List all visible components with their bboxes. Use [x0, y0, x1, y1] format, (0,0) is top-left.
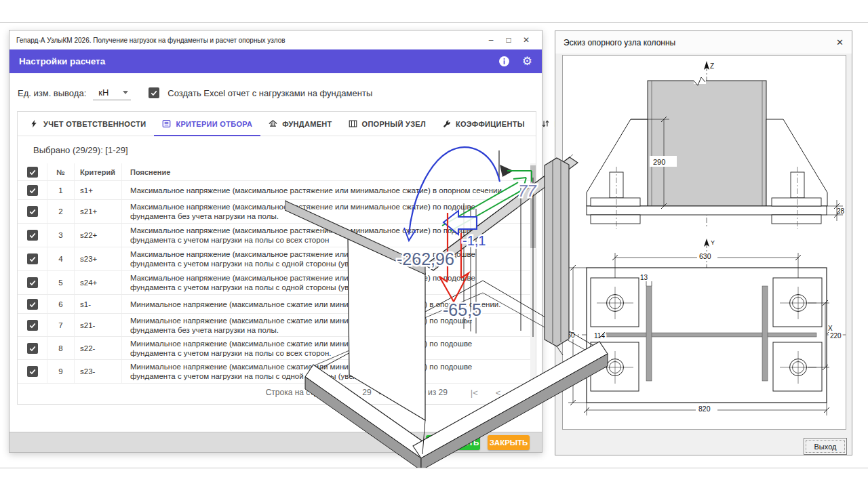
- page-title: Настройки расчета: [19, 56, 486, 66]
- row-explanation: Минимальное напряжение (максимальное сжа…: [122, 362, 536, 381]
- page-header: Настройки расчета ⚙: [9, 49, 542, 73]
- col-num: №: [47, 163, 75, 180]
- bolt-icon: [30, 119, 39, 128]
- maximize-button[interactable]: □: [500, 35, 517, 45]
- column-shaft: [648, 81, 766, 206]
- row-checkbox[interactable]: [27, 253, 38, 264]
- tab-label: УЧЕТ ОТВЕТСТВЕННОСТИ: [43, 120, 146, 128]
- gear-icon[interactable]: ⚙: [522, 56, 532, 67]
- rows-per-page-label: Строка на странице:: [266, 388, 344, 397]
- paginator: Строка на странице: 29 1-29 из 29 |< < >: [18, 384, 536, 401]
- row-criterion: s1+: [75, 181, 122, 199]
- row-checkbox[interactable]: [27, 230, 38, 241]
- dim-13-label: 13: [640, 274, 648, 281]
- row-explanation: Максимальное напряжение (максимальное ра…: [122, 226, 536, 245]
- tab-foundation[interactable]: ФУНДАМЕНТ: [260, 112, 340, 136]
- tab-support-node[interactable]: ОПОРНЫЙ УЗЕЛ: [340, 112, 434, 136]
- row-explanation: Минимальное напряжение (максимальное сжа…: [122, 339, 536, 358]
- selection-summary: Выбрано (29/29): [1-29]: [18, 136, 536, 163]
- row-checkbox[interactable]: [27, 299, 38, 310]
- row-explanation: Максимальное напряжение (максимальное ра…: [122, 249, 536, 268]
- col-explanation: Пояснение: [122, 167, 536, 177]
- criteria-card: УЧЕТ ОТВЕТСТВЕННОСТИ КРИТЕРИИ ОТБОРА ФУН…: [17, 111, 536, 405]
- row-checkbox[interactable]: [27, 320, 38, 331]
- close-icon[interactable]: ✕: [836, 37, 844, 47]
- base-plate-elevation: [587, 206, 827, 215]
- row-explanation: Максимальное напряжение (максимальное ра…: [122, 273, 536, 292]
- table-row[interactable]: 7 s21- Минимальное напряжение (максималь…: [18, 314, 536, 337]
- row-num: 1: [47, 181, 75, 199]
- row-num: 6: [47, 295, 75, 313]
- y-axis-label: Y: [711, 239, 715, 246]
- excel-report-label: Создать Excel отчет с нагрузками на фунд…: [167, 88, 372, 98]
- flange-plan: [762, 286, 768, 381]
- select-all-checkbox[interactable]: [27, 167, 38, 178]
- app-frame-bottom: [0, 468, 868, 468]
- page-range: 1-29 из 29: [410, 388, 448, 397]
- dim-630-label: 630: [699, 252, 711, 260]
- prev-page-icon[interactable]: <: [496, 388, 501, 398]
- units-select[interactable]: кН: [93, 86, 131, 100]
- row-num: 2: [47, 200, 75, 223]
- window-titlebar: Гепард-А УзлыКМ 2026. Получение нагрузок…: [9, 30, 542, 49]
- table-row[interactable]: 8 s22- Минимальное напряжение (максималь…: [18, 337, 536, 360]
- row-explanation: Минимальное напряжение (максимальное сжа…: [122, 316, 536, 335]
- tab-coefficients[interactable]: КОЭФФИЦИЕНТЫ: [434, 112, 533, 136]
- z-axis-label: Z: [710, 62, 714, 70]
- col-criterion: Критерий: [75, 163, 122, 180]
- row-num: 4: [47, 247, 75, 270]
- dim-220-label: 220: [830, 332, 842, 340]
- table-scrollbar[interactable]: [530, 163, 536, 405]
- dropdown-caret-icon: [377, 391, 382, 394]
- row-criterion: s22+: [75, 224, 122, 247]
- column-base-drawing: Z: [563, 56, 847, 430]
- row-criterion: s23+: [75, 247, 122, 270]
- sketch-title: Эскиз опорного узла колонны: [564, 38, 836, 47]
- table-row[interactable]: 4 s23+ Максимальное напряжение (максимал…: [18, 247, 536, 271]
- table-row[interactable]: 2 s21+ Максимальное напряжение (максимал…: [18, 200, 536, 224]
- row-checkbox[interactable]: [27, 343, 38, 354]
- page-size-select[interactable]: 29: [362, 388, 382, 397]
- dim-290-label: 290: [653, 158, 665, 166]
- excel-report-checkbox[interactable]: [149, 87, 159, 98]
- table-row[interactable]: 3 s22+ Максимальное напряжение (максимал…: [18, 224, 536, 247]
- row-checkbox[interactable]: [27, 206, 38, 217]
- table-row[interactable]: 1 s1+ Максимальное напряжение (максималь…: [18, 181, 536, 200]
- row-num: 3: [47, 224, 75, 247]
- row-explanation: Максимальное напряжение (максимальное ра…: [122, 186, 536, 195]
- run-button[interactable]: ВЫПОЛНИТЬ: [426, 435, 480, 450]
- next-page-icon[interactable]: >: [518, 388, 524, 398]
- row-num: 7: [47, 314, 75, 336]
- settings-window: Гепард-А УзлыКМ 2026. Получение нагрузок…: [9, 30, 542, 453]
- scrollbar-thumb[interactable]: [530, 165, 536, 248]
- row-checkbox[interactable]: [27, 185, 38, 196]
- minimize-button[interactable]: –: [482, 35, 500, 45]
- row-criterion: s24+: [75, 271, 122, 294]
- dialog-footer: ВЫПОЛНИТЬ ЗАКРЫТЬ: [9, 432, 542, 452]
- close-button[interactable]: ✕: [517, 35, 535, 45]
- row-checkbox[interactable]: [27, 366, 38, 377]
- x-axis-label: X: [828, 325, 833, 332]
- flange-plan: [646, 286, 652, 381]
- row-num: 8: [47, 337, 75, 359]
- table-row[interactable]: 6 s1- Минимальное напряжение (максимальн…: [18, 295, 536, 314]
- close-dialog-button[interactable]: ЗАКРЫТЬ: [488, 435, 530, 450]
- row-criterion: s21-: [75, 314, 122, 336]
- first-page-icon[interactable]: |<: [471, 388, 478, 398]
- row-explanation: Максимальное напряжение (максимальное ра…: [122, 202, 536, 221]
- web-plan: [597, 333, 816, 337]
- row-checkbox[interactable]: [27, 277, 38, 288]
- tab-responsibility[interactable]: УЧЕТ ОТВЕТСТВЕННОСТИ: [22, 112, 154, 136]
- table-row[interactable]: 9 s23- Минимальное напряжение (максималь…: [18, 360, 536, 384]
- dropdown-caret-icon: [123, 91, 128, 94]
- sketch-window: Эскиз опорного узла колонны ✕ Z: [555, 30, 852, 455]
- desktop: Гепард-А УзлыКМ 2026. Получение нагрузок…: [0, 0, 868, 488]
- units-row: Ед. изм. вывода: кН Создать Excel отчет …: [9, 81, 542, 104]
- info-icon[interactable]: [498, 56, 510, 67]
- row-criterion: s1-: [75, 295, 122, 313]
- list-icon: [162, 119, 171, 128]
- row-explanation: Минимальное напряжение (максимальное сжа…: [122, 300, 536, 309]
- table-row[interactable]: 5 s24+ Максимальное напряжение (максимал…: [18, 271, 536, 295]
- tab-selection-criteria[interactable]: КРИТЕРИИ ОТБОРА: [154, 112, 260, 136]
- exit-button[interactable]: Выход: [804, 438, 847, 455]
